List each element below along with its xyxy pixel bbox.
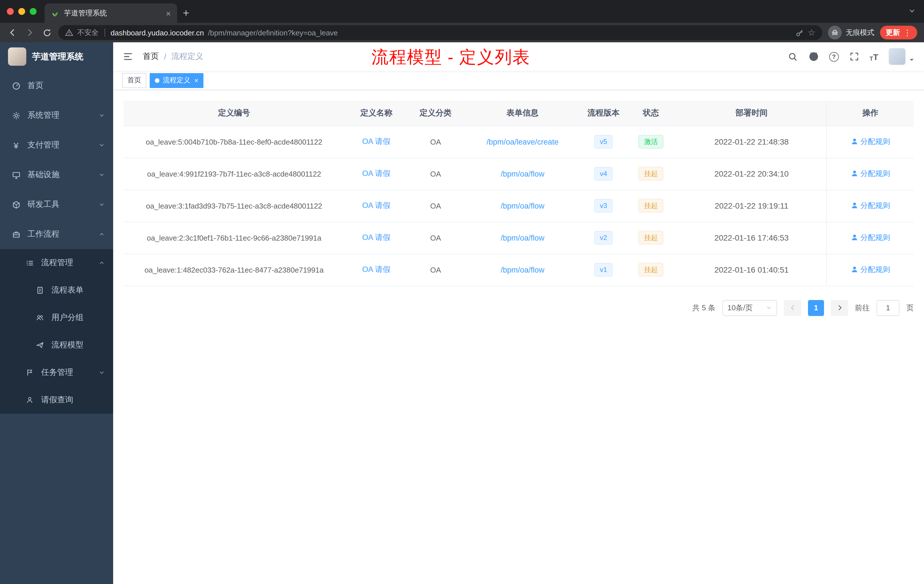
- fullscreen-icon[interactable]: [849, 51, 859, 62]
- sidebar-item-devtools[interactable]: 研发工具: [0, 190, 113, 219]
- page-size-select[interactable]: 10条/页: [722, 300, 777, 316]
- form-link[interactable]: /bpm/oa/leave/create: [487, 137, 559, 146]
- chevron-down-icon: [98, 142, 105, 148]
- sidebar-item-workflow[interactable]: 工作流程: [0, 219, 113, 249]
- tab-search-chevron-icon[interactable]: [908, 7, 916, 15]
- security-label[interactable]: 不安全: [77, 28, 99, 38]
- current-page-button[interactable]: 1: [808, 300, 824, 316]
- app-frame: 芋道管理系统 首页 系统管理 ¥ 支付管理: [0, 42, 924, 584]
- tab-close-icon[interactable]: ×: [164, 8, 173, 18]
- help-icon[interactable]: ?: [829, 52, 838, 61]
- update-label: 更新: [886, 28, 900, 38]
- flag-icon: [25, 368, 34, 377]
- not-secure-warning-icon[interactable]: [65, 28, 73, 36]
- sidebar-item-system[interactable]: 系统管理: [0, 101, 113, 130]
- status-badge: 激活: [638, 135, 663, 148]
- monitor-icon: [12, 170, 21, 180]
- sidebar-item-payment[interactable]: ¥ 支付管理: [0, 130, 113, 160]
- breadcrumb-current: 流程定义: [172, 51, 203, 62]
- address-bar[interactable]: 不安全 dashboard.yudao.iocoder.cn/bpm/manag…: [58, 25, 822, 40]
- yen-icon: ¥: [12, 140, 21, 150]
- sidebar-item-user-group[interactable]: 用户分组: [0, 304, 113, 332]
- password-key-icon[interactable]: [795, 28, 804, 37]
- maximize-window-button[interactable]: [30, 8, 36, 15]
- definition-name-link[interactable]: OA 请假: [362, 137, 391, 146]
- incognito-icon: [828, 26, 842, 40]
- user-menu[interactable]: [889, 48, 915, 65]
- minimize-window-button[interactable]: [18, 8, 25, 15]
- assign-rule-link[interactable]: 分配规则: [851, 233, 890, 243]
- hamburger-icon[interactable]: [122, 51, 134, 62]
- forward-icon[interactable]: [24, 27, 35, 38]
- paper-plane-icon: [35, 341, 45, 350]
- dashboard-icon: [12, 81, 21, 90]
- col-status: 状态: [625, 101, 676, 126]
- person-icon: [25, 396, 34, 404]
- browser-tabstrip: 芋道管理系统 × +: [0, 0, 924, 23]
- chevron-down-icon: [98, 172, 105, 178]
- reload-icon[interactable]: [41, 27, 53, 38]
- browser-toolbar: 不安全 dashboard.yudao.iocoder.cn/bpm/manag…: [0, 23, 924, 42]
- next-page-button[interactable]: [831, 300, 848, 316]
- browser-update-button[interactable]: 更新 ⋮: [880, 26, 917, 40]
- breadcrumb-separator: /: [164, 52, 166, 61]
- kebab-menu-icon[interactable]: ⋮: [903, 28, 911, 37]
- sidebar-item-process-form[interactable]: 流程表单: [0, 277, 113, 304]
- cell-deploy-time: 2022-01-22 19:19:11: [676, 190, 827, 222]
- definition-name-link[interactable]: OA 请假: [362, 265, 391, 274]
- breadcrumb-home[interactable]: 首页: [143, 51, 159, 62]
- omnibox-divider: [104, 28, 105, 36]
- version-badge[interactable]: v4: [594, 167, 613, 181]
- sidebar-item-leave-query[interactable]: 请假查询: [0, 386, 113, 414]
- goto-page-input[interactable]: [876, 300, 899, 316]
- assign-rule-link[interactable]: 分配规则: [851, 137, 890, 147]
- form-link[interactable]: /bpm/oa/flow: [501, 233, 544, 242]
- tags-view-bar: 首页 流程定义 ×: [113, 71, 924, 90]
- tag-process-definition[interactable]: 流程定义 ×: [150, 73, 203, 88]
- github-icon[interactable]: [808, 51, 818, 62]
- goto-label: 前往: [855, 303, 870, 313]
- assign-rule-link[interactable]: 分配规则: [851, 168, 890, 179]
- assign-rule-link[interactable]: 分配规则: [851, 265, 890, 275]
- sidebar-item-infra[interactable]: 基础设施: [0, 160, 113, 190]
- bookmark-star-icon[interactable]: ☆: [808, 27, 815, 38]
- definition-name-link[interactable]: OA 请假: [362, 233, 391, 242]
- definition-name-link[interactable]: OA 请假: [362, 169, 391, 178]
- version-badge[interactable]: v2: [594, 231, 613, 244]
- navbar-actions: ? TT: [788, 48, 915, 65]
- red-annotation-title: 流程模型 - 定义列表: [371, 46, 530, 69]
- cell-definition-id: oa_leave:1:482ec033-762a-11ec-8477-a2380…: [124, 254, 345, 286]
- form-link[interactable]: /bpm/oa/flow: [501, 266, 544, 274]
- sidebar-item-task-mgmt[interactable]: 任务管理: [0, 359, 113, 386]
- sidebar-logo[interactable]: 芋道管理系统: [0, 42, 113, 71]
- definition-name-link[interactable]: OA 请假: [362, 201, 391, 210]
- tag-home[interactable]: 首页: [122, 73, 146, 88]
- new-tab-button[interactable]: +: [177, 3, 195, 23]
- briefcase-icon: [12, 230, 21, 239]
- status-badge: 挂起: [638, 199, 663, 213]
- window-controls: [7, 0, 36, 23]
- gear-icon: [12, 111, 21, 120]
- tag-close-icon[interactable]: ×: [194, 76, 198, 84]
- cell-category: OA: [408, 126, 464, 158]
- col-process-version: 流程版本: [582, 101, 625, 126]
- assign-rule-link[interactable]: 分配规则: [851, 201, 890, 211]
- version-badge[interactable]: v5: [594, 135, 613, 148]
- close-window-button[interactable]: [7, 8, 14, 15]
- col-definition-category: 定义分类: [408, 101, 464, 126]
- font-size-icon[interactable]: TT: [870, 52, 878, 61]
- form-link[interactable]: /bpm/oa/flow: [501, 170, 544, 178]
- back-icon[interactable]: [7, 27, 18, 38]
- version-badge[interactable]: v1: [594, 263, 613, 277]
- prev-page-button[interactable]: [784, 300, 801, 316]
- col-definition-name: 定义名称: [345, 101, 408, 126]
- form-link[interactable]: /bpm/oa/flow: [501, 201, 544, 210]
- logo-avatar: [8, 48, 26, 66]
- search-icon[interactable]: [788, 51, 798, 62]
- browser-tab[interactable]: 芋道管理系统 ×: [45, 3, 177, 23]
- sidebar-item-process-model[interactable]: 流程模型: [0, 332, 113, 359]
- sidebar-item-process-mgmt[interactable]: 流程管理: [0, 249, 113, 277]
- sidebar: 芋道管理系统 首页 系统管理 ¥ 支付管理: [0, 42, 113, 584]
- sidebar-item-home[interactable]: 首页: [0, 71, 113, 101]
- version-badge[interactable]: v3: [594, 199, 613, 213]
